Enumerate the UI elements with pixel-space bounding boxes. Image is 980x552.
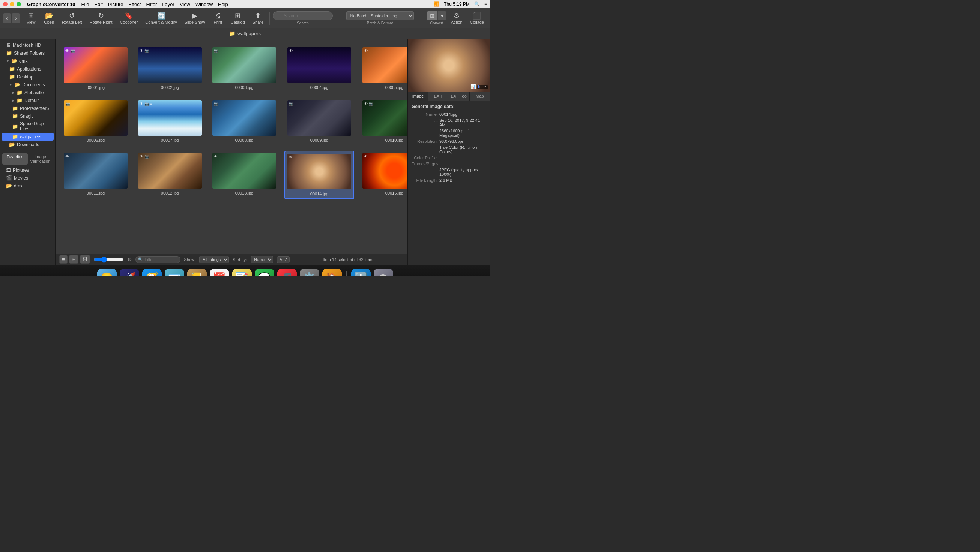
grid-view-btn[interactable]: ⊞ (427, 11, 438, 20)
sidebar-item-default[interactable]: ▶ 📁 Default (2, 97, 54, 104)
open-button[interactable]: 📂 Open (41, 11, 57, 26)
sidebar-item-applications[interactable]: 📁 Applications (2, 65, 54, 73)
dock-notes[interactable]: 📝 (232, 268, 252, 276)
slide-show-button[interactable]: ▶ Slide Show (181, 11, 208, 26)
camera-icon: 📷 (369, 102, 373, 106)
list-view-btn[interactable]: ▾ (438, 11, 447, 20)
dock-trash[interactable]: 🗑 (374, 268, 393, 276)
image-label-15: 00015.jpg (385, 191, 403, 195)
rotate-right-button[interactable]: ↻ Rotate Right (86, 11, 115, 26)
sidebar-item-macintosh-hd[interactable]: 🖥 Macintosh HD (2, 41, 54, 49)
image-icons-5: 👁 (364, 49, 368, 53)
menu-edit[interactable]: Edit (95, 2, 103, 7)
dock-music[interactable]: 🎵 (277, 268, 297, 276)
shared-folders-icon: 📁 (6, 50, 12, 56)
search-input[interactable] (273, 11, 333, 20)
collage-button[interactable]: ⬛ Collage (467, 11, 487, 26)
sidebar-item-wallpapers[interactable]: 📁 wallpapers (2, 133, 54, 141)
size-slider[interactable] (94, 257, 124, 262)
dock-mail[interactable]: ✉️ (165, 268, 184, 276)
image-cell-6[interactable]: 📷 00006.jpg (62, 98, 130, 145)
image-cell-10[interactable]: 👁 📷 00010.jpg (360, 98, 407, 145)
rotate-left-button[interactable]: ↺ Rotate Left (59, 11, 85, 26)
convert-modify-button[interactable]: 🔄 Convert & Modify (142, 11, 180, 26)
dock-contacts[interactable]: 📒 (187, 268, 207, 276)
panel-tab-exif[interactable]: EXIF (428, 92, 449, 100)
maximize-button[interactable] (16, 2, 21, 6)
grid-view-tab[interactable]: ⊞ (69, 255, 78, 263)
sidebar-item-snagit[interactable]: 📁 Snagit (2, 112, 54, 120)
panel-tab-image[interactable]: Image (408, 92, 428, 100)
sidebar-item-pictures[interactable]: 🖼 Pictures (2, 166, 54, 174)
image-cell-3[interactable]: 📷 00003.jpg (210, 45, 278, 92)
sidebar-item-documents[interactable]: ▼ 📂 Documents (2, 81, 54, 89)
dock-safari[interactable]: 🧭 (142, 268, 162, 276)
sidebar-item-dmx[interactable]: ▼ 📂 dmx (2, 57, 54, 65)
sort-select[interactable]: Name (251, 256, 273, 263)
image-cell-14[interactable]: 👁 00014.jpg (285, 151, 354, 199)
close-button[interactable] (3, 2, 8, 6)
show-select[interactable]: All ratings (199, 256, 229, 263)
dock-home[interactable]: 🏠 (322, 268, 342, 276)
sidebar-item-space-drop[interactable]: 📁 Space Drop Files (2, 120, 54, 133)
sidebar-item-alphaville[interactable]: ▶ 📁 Alphaville (2, 89, 54, 97)
back-button[interactable]: ‹ (3, 14, 11, 23)
menu-picture[interactable]: Picture (108, 2, 123, 7)
image-cell-15[interactable]: 👁 00015.jpg (360, 151, 407, 199)
menu-window[interactable]: Window (196, 2, 213, 7)
menu-effect[interactable]: Effect (128, 2, 141, 7)
sidebar-label: dmx (14, 183, 22, 189)
minimize-button[interactable] (10, 2, 14, 6)
sidebar-label: Documents (22, 82, 45, 87)
favorites-tab[interactable]: Favorites (2, 153, 28, 165)
sidebar-label: Pictures (13, 168, 29, 173)
dock-downloader[interactable]: ⬇️ (351, 268, 371, 276)
sidebar-item-downloads[interactable]: 📂 Downloads (2, 141, 54, 149)
dock: 🙂 🚀 🧭 ✉️ 📒 📅 📝 💬 🎵 ⚙️ 🏠 ⬇️ 🗑 (0, 265, 490, 276)
catalog-button[interactable]: ⊞ Catalog (228, 11, 248, 26)
menu-layer[interactable]: Layer (162, 2, 175, 7)
chart-icon[interactable]: 📊 (471, 84, 476, 89)
image-cell-1[interactable]: 👁 📷 00001.jpg (62, 45, 130, 92)
image-verification-tab[interactable]: Image Verification (28, 153, 53, 165)
image-cell-5[interactable]: 👁 00005.jpg (360, 45, 407, 92)
sidebar-item-shared-folders[interactable]: 📁 Shared Folders (2, 49, 54, 57)
menu-filter[interactable]: Filter (146, 2, 157, 7)
dock-finder[interactable]: 🙂 (97, 268, 117, 276)
panel-tab-map[interactable]: Map (470, 92, 490, 100)
image-cell-2[interactable]: 👁 📷 00002.jpg (136, 45, 204, 92)
print-button[interactable]: 🖨 Print (210, 11, 226, 26)
view-button[interactable]: ⊞ View (23, 11, 40, 26)
dock-calendar[interactable]: 📅 (210, 268, 229, 276)
image-cell-11[interactable]: 👁 00011.jpg (62, 151, 130, 199)
sidebar-item-desktop[interactable]: 📁 Desktop (2, 73, 54, 81)
forward-button[interactable]: › (12, 14, 19, 23)
image-cell-9[interactable]: 📷 00009.jpg (285, 98, 354, 145)
filmstrip-view-tab[interactable]: 🎞 (80, 255, 90, 263)
sidebar-item-movies[interactable]: 🎬 Movies (2, 174, 54, 182)
sidebar-item-propresenter6[interactable]: 📁 ProPresenter6 (2, 104, 54, 112)
eye-icon: 👁 (364, 102, 368, 106)
image-cell-12[interactable]: 👁 📷 00012.jpg (136, 151, 204, 199)
control-center-icon[interactable]: ≡ (484, 2, 487, 7)
search-icon[interactable]: 🔍 (474, 2, 480, 7)
list-view-tab[interactable]: ≡ (59, 255, 68, 263)
menu-file[interactable]: File (81, 2, 89, 7)
batch-select[interactable]: No Batch | Subfolder | jpg (346, 11, 414, 20)
image-cell-7[interactable]: 👁 📷 ≡ 00007.jpg (136, 98, 204, 145)
menu-view[interactable]: View (180, 2, 190, 7)
image-cell-8[interactable]: 📷 00008.jpg (210, 98, 278, 145)
sort-direction-button[interactable]: A..Z (277, 256, 290, 263)
image-cell-13[interactable]: 👁 00013.jpg (210, 151, 278, 199)
cocooner-button[interactable]: 🔖 Cocooner (117, 11, 141, 26)
dock-messages[interactable]: 💬 (255, 268, 274, 276)
sidebar-item-dmx-fav[interactable]: 📂 dmx (2, 182, 54, 190)
dock-system-prefs[interactable]: ⚙️ (300, 268, 319, 276)
image-cell-4[interactable]: 👁 00004.jpg (285, 45, 354, 92)
info-icon[interactable]: ℹ (477, 84, 479, 89)
dock-rocket[interactable]: 🚀 (120, 268, 139, 276)
share-button[interactable]: ⬆ Share (250, 11, 266, 26)
menu-help[interactable]: Help (218, 2, 228, 7)
panel-tab-exiftool[interactable]: EXIFTool (449, 92, 470, 100)
action-button[interactable]: ⚙ Action (448, 11, 466, 26)
